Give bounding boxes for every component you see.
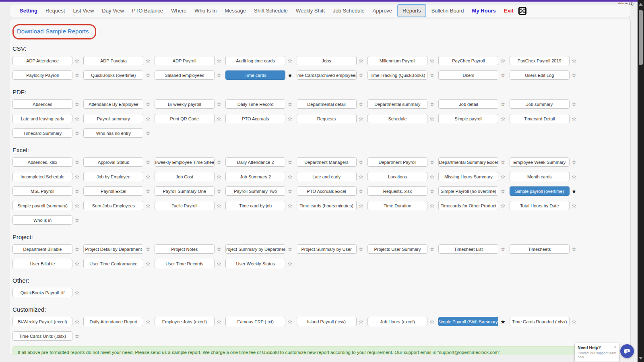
page-scrollbar[interactable]: [638, 0, 644, 362]
report-button[interactable]: Payroll Summary Two: [225, 186, 285, 196]
nav-item-where[interactable]: Where: [167, 8, 190, 14]
favorite-star-icon[interactable]: ☆: [145, 188, 151, 194]
report-button[interactable]: Project Summary by User: [297, 244, 357, 254]
favorite-star-icon[interactable]: ☆: [287, 319, 293, 325]
favorite-star-icon[interactable]: ☆: [145, 130, 151, 136]
report-button[interactable]: Daily Attendance 2: [225, 157, 285, 167]
favorite-star-icon[interactable]: ☆: [74, 116, 80, 122]
report-button[interactable]: ADP Attendance: [12, 56, 72, 65]
report-button[interactable]: Simple Payroll (no overtime): [438, 186, 498, 196]
report-button[interactable]: Projects User Summary: [367, 244, 427, 254]
favorite-star-icon[interactable]: ★: [500, 319, 506, 325]
report-button[interactable]: Time Cards(archived employees): [297, 70, 357, 80]
report-button[interactable]: Print QR Code: [155, 114, 215, 123]
report-button[interactable]: Job by Employee: [83, 172, 143, 181]
nav-item-my-hours[interactable]: My Hours: [468, 8, 500, 14]
favorite-star-icon[interactable]: ☆: [287, 203, 293, 209]
report-button[interactable]: Departmental summary: [367, 99, 427, 109]
report-button[interactable]: Attendance By Employee: [83, 99, 143, 109]
nav-item-setting[interactable]: Setting: [16, 8, 41, 14]
nav-item-reports[interactable]: Reports: [397, 4, 426, 17]
report-button[interactable]: Famous ERP (.txt): [225, 317, 285, 326]
report-button[interactable]: Time card by job: [225, 201, 285, 210]
download-sample-reports-link[interactable]: Download Sample Reports: [17, 28, 89, 35]
report-button[interactable]: Jobs: [297, 56, 357, 65]
report-button[interactable]: Locations: [367, 172, 427, 181]
favorite-star-icon[interactable]: ☆: [287, 188, 293, 194]
favorite-star-icon[interactable]: ☆: [74, 101, 80, 107]
favorite-star-icon[interactable]: ☆: [217, 246, 222, 252]
report-button[interactable]: Employee Week Summary: [510, 157, 570, 167]
nav-item-who-is-in[interactable]: Who Is In: [190, 8, 221, 14]
favorite-star-icon[interactable]: ☆: [359, 72, 364, 78]
report-button[interactable]: Time cards: [225, 70, 285, 80]
report-button[interactable]: Job Summary 2: [225, 172, 285, 181]
report-button[interactable]: User Weekly Status: [225, 259, 285, 268]
report-button[interactable]: Millennium Payroll: [367, 56, 427, 65]
nav-item-shift-schedule[interactable]: Shift Schedule: [250, 8, 292, 14]
favorite-star-icon[interactable]: ☆: [359, 188, 364, 194]
report-button[interactable]: ADP Paydata: [83, 56, 143, 65]
favorite-star-icon[interactable]: ☆: [359, 116, 364, 122]
report-button[interactable]: Simple payroll (summary): [12, 201, 72, 210]
report-button[interactable]: Bi-weekly payroll: [155, 99, 215, 109]
favorite-star-icon[interactable]: ☆: [217, 58, 222, 64]
favorite-star-icon[interactable]: ☆: [359, 203, 364, 209]
report-button[interactable]: Total Hours by Date: [510, 201, 570, 210]
report-button[interactable]: Month cards: [510, 172, 570, 181]
favorite-star-icon[interactable]: ☆: [74, 290, 80, 296]
report-button[interactable]: PayChex Payroll 2019: [510, 56, 570, 65]
report-button[interactable]: Department Billable: [12, 244, 72, 254]
favorite-star-icon[interactable]: ☆: [572, 319, 577, 325]
favorite-star-icon[interactable]: ☆: [217, 116, 222, 122]
favorite-star-icon[interactable]: ☆: [217, 159, 222, 165]
favorite-star-icon[interactable]: ☆: [145, 116, 151, 122]
favorite-star-icon[interactable]: ☆: [429, 159, 435, 165]
report-button[interactable]: Daily Time Record: [225, 99, 285, 109]
favorite-star-icon[interactable]: ☆: [287, 261, 293, 267]
favorite-star-icon[interactable]: ☆: [145, 58, 151, 64]
nav-item-request[interactable]: Request: [41, 8, 69, 14]
favorite-star-icon[interactable]: ☆: [359, 174, 364, 180]
report-button[interactable]: Approval Status: [83, 157, 143, 167]
report-button[interactable]: Missing Hours Summary: [438, 172, 498, 181]
favorite-star-icon[interactable]: ☆: [500, 116, 506, 122]
favorite-star-icon[interactable]: ☆: [429, 116, 435, 122]
report-button[interactable]: Who is in: [12, 215, 72, 225]
favorite-star-icon[interactable]: ☆: [217, 319, 222, 325]
report-button[interactable]: Payroll summary: [83, 114, 143, 123]
favorite-star-icon[interactable]: ☆: [145, 319, 151, 325]
favorite-star-icon[interactable]: ☆: [217, 203, 222, 209]
favorite-star-icon[interactable]: ☆: [145, 203, 151, 209]
favorite-star-icon[interactable]: ☆: [287, 116, 293, 122]
favorite-star-icon[interactable]: ★: [572, 188, 577, 194]
report-button[interactable]: Absences: [12, 99, 72, 109]
favorite-star-icon[interactable]: ☆: [359, 101, 364, 107]
favorite-star-icon[interactable]: ☆: [500, 58, 506, 64]
report-button[interactable]: User Billable: [12, 259, 72, 268]
favorite-star-icon[interactable]: ☆: [74, 188, 80, 194]
report-button[interactable]: Departmental detail: [297, 99, 357, 109]
favorite-star-icon[interactable]: ☆: [572, 159, 577, 165]
scrollbar-up-arrow[interactable]: [638, 1, 644, 7]
report-button[interactable]: Project Detail by Department: [83, 244, 143, 254]
favorite-star-icon[interactable]: ☆: [74, 246, 80, 252]
favorite-star-icon[interactable]: ☆: [145, 72, 151, 78]
favorite-star-icon[interactable]: ☆: [572, 246, 577, 252]
report-button[interactable]: QuickBooks (overtime): [83, 70, 143, 80]
report-button[interactable]: Users: [438, 70, 498, 80]
favorite-star-icon[interactable]: ☆: [287, 246, 293, 252]
report-button[interactable]: Biweekly Employee Time Sheet: [155, 157, 215, 167]
report-button[interactable]: Department Payroll: [367, 157, 427, 167]
report-button[interactable]: Who has no entry: [83, 128, 143, 138]
report-button[interactable]: Audit log time cards: [225, 56, 285, 65]
favorite-star-icon[interactable]: ☆: [572, 101, 577, 107]
favorite-star-icon[interactable]: ☆: [429, 203, 435, 209]
favorite-star-icon[interactable]: ☆: [217, 188, 222, 194]
report-button[interactable]: Island Payroll (.csv): [297, 317, 357, 326]
report-button[interactable]: Simple payroll: [438, 114, 498, 123]
favorite-star-icon[interactable]: ☆: [287, 101, 293, 107]
report-button[interactable]: Daily Attendance Report: [83, 317, 143, 326]
favorite-star-icon[interactable]: ☆: [359, 246, 364, 252]
report-button[interactable]: Time Cards Units (.xlsx): [12, 331, 72, 341]
